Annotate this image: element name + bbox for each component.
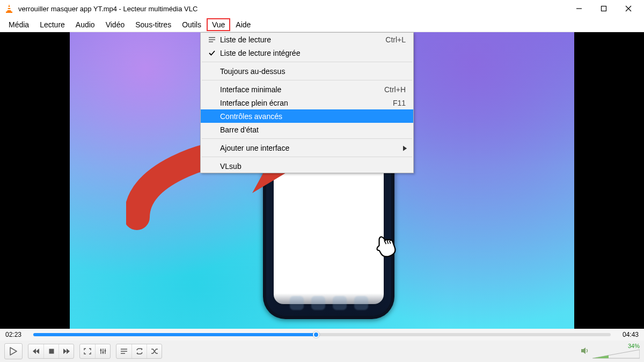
volume-area: 34% xyxy=(581,343,640,360)
playlist-group xyxy=(116,344,162,359)
svg-point-21 xyxy=(100,350,101,351)
svg-marker-28 xyxy=(136,352,138,354)
dock-app xyxy=(333,296,347,310)
svg-marker-14 xyxy=(36,349,39,354)
dd-label: Barre d'état xyxy=(218,125,408,134)
svg-rect-3 xyxy=(6,12,12,13)
close-button[interactable] xyxy=(616,0,641,17)
time-total[interactable]: 04:43 xyxy=(616,331,639,338)
seek-fill xyxy=(33,333,316,336)
svg-rect-1 xyxy=(8,7,11,8)
dock-app xyxy=(354,296,368,310)
dd-label: Interface minimale xyxy=(218,85,384,94)
menu-aide[interactable]: Aide xyxy=(230,18,256,31)
dd-separator xyxy=(202,157,412,157)
maximize-button[interactable] xyxy=(591,0,616,17)
play-button[interactable] xyxy=(4,343,23,359)
playlist-button[interactable] xyxy=(116,344,131,358)
dd-separator xyxy=(202,138,412,139)
controls-bar: 34% xyxy=(0,341,644,362)
volume-percent: 34% xyxy=(628,343,640,349)
video-letterbox-right xyxy=(574,32,644,329)
svg-rect-2 xyxy=(8,9,11,10)
vue-dropdown: Liste de lecture Ctrl+L Liste de lecture… xyxy=(200,32,414,173)
svg-marker-13 xyxy=(33,349,36,354)
dd-interface-minimale[interactable]: Interface minimale Ctrl+H xyxy=(201,83,413,96)
dd-interface-plein-ecran[interactable]: Interface plein écran F11 xyxy=(201,96,413,109)
menu-sous-titres[interactable]: Sous-titres xyxy=(130,18,177,31)
dd-shortcut: F11 xyxy=(393,99,408,107)
extended-settings-button[interactable] xyxy=(95,344,110,358)
svg-marker-27 xyxy=(141,348,143,350)
nav-group xyxy=(28,344,74,359)
seek-row: 02:23 04:43 xyxy=(0,329,644,341)
svg-marker-12 xyxy=(10,348,17,355)
dd-label: Interface plein écran xyxy=(218,99,393,107)
svg-point-23 xyxy=(104,350,106,352)
menu-media[interactable]: Média xyxy=(3,18,34,31)
seek-slider[interactable] xyxy=(33,333,611,336)
dd-separator xyxy=(202,80,412,80)
phone-dock xyxy=(266,293,391,316)
dd-liste-de-lecture[interactable]: Liste de lecture Ctrl+L xyxy=(201,33,413,46)
speaker-icon[interactable] xyxy=(581,347,589,356)
dd-controles-avances[interactable]: Contrôles avancés xyxy=(201,109,413,123)
svg-marker-16 xyxy=(63,349,67,354)
svg-point-22 xyxy=(102,352,104,353)
dd-label: Liste de lecture xyxy=(218,35,385,44)
hand-cursor-icon xyxy=(371,233,399,260)
volume-slider[interactable] xyxy=(592,349,640,360)
menu-vue[interactable]: Vue xyxy=(207,18,230,31)
next-button[interactable] xyxy=(58,344,74,358)
dock-app xyxy=(290,296,304,310)
dd-vlsub[interactable]: VLsub xyxy=(201,159,413,173)
loop-button[interactable] xyxy=(131,344,147,358)
previous-button[interactable] xyxy=(28,344,43,358)
dd-shortcut: Ctrl+H xyxy=(384,85,408,94)
dd-label: Contrôles avancés xyxy=(218,112,408,121)
menubar: Média Lecture Audio Vidéo Sous-titres Ou… xyxy=(0,17,644,32)
minimize-button[interactable] xyxy=(567,0,591,17)
menu-outils[interactable]: Outils xyxy=(177,18,207,31)
fullscreen-button[interactable] xyxy=(80,344,95,358)
window-title: verrouiller masquer app YT.mp4 - Lecteur… xyxy=(18,5,567,13)
dd-toujours-au-dessus[interactable]: Toujours au-dessus xyxy=(201,64,413,78)
dd-barre-etat[interactable]: Barre d'état xyxy=(201,123,413,136)
menu-audio[interactable]: Audio xyxy=(70,18,100,31)
submenu-arrow-icon xyxy=(401,145,408,151)
dd-label: Toujours au-dessus xyxy=(218,67,408,76)
titlebar: verrouiller masquer app YT.mp4 - Lecteur… xyxy=(0,0,644,17)
dd-label: Ajouter une interface xyxy=(218,144,401,152)
dd-shortcut: Ctrl+L xyxy=(385,35,408,44)
seek-thumb[interactable] xyxy=(313,331,319,338)
menu-video[interactable]: Vidéo xyxy=(100,18,130,31)
menu-lecture[interactable]: Lecture xyxy=(34,18,70,31)
svg-marker-29 xyxy=(581,348,586,354)
time-elapsed[interactable]: 02:23 xyxy=(5,331,28,338)
svg-rect-15 xyxy=(49,349,54,354)
dock-app xyxy=(311,296,325,310)
video-letterbox-left xyxy=(0,32,70,329)
shuffle-button[interactable] xyxy=(147,344,162,358)
svg-marker-17 xyxy=(67,349,70,354)
dd-separator xyxy=(202,62,412,62)
playlist-icon xyxy=(206,36,218,43)
check-icon xyxy=(206,50,218,56)
assistive-touch-icon xyxy=(281,263,306,288)
stop-button[interactable] xyxy=(43,344,58,358)
dd-ajouter-interface[interactable]: Ajouter une interface xyxy=(201,141,413,154)
vlc-cone-icon xyxy=(4,4,14,13)
dd-label: Liste de lecture intégrée xyxy=(218,49,408,57)
view-group xyxy=(79,344,111,359)
svg-rect-5 xyxy=(602,6,606,11)
dd-label: VLsub xyxy=(218,162,408,171)
dd-liste-integree[interactable]: Liste de lecture intégrée xyxy=(201,46,413,60)
